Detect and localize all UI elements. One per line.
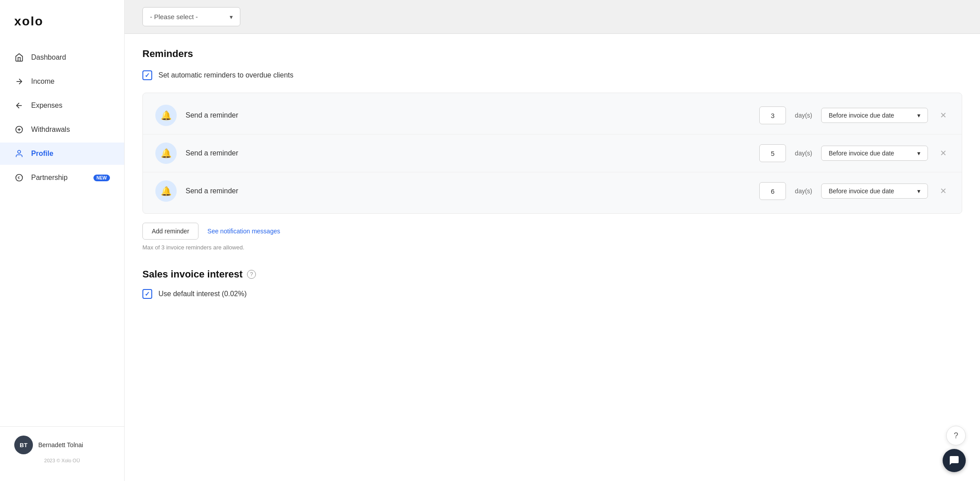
reminder-timing-select-1[interactable]: Before invoice due date ▾ — [821, 108, 928, 123]
sidebar-item-expenses[interactable]: Expenses — [0, 94, 124, 117]
sidebar-item-dashboard[interactable]: Dashboard — [0, 46, 124, 69]
auto-reminder-row: Set automatic reminders to overdue clien… — [142, 70, 962, 80]
reminder-actions: Add reminder See notification messages — [142, 223, 962, 240]
remove-reminder-2[interactable]: ✕ — [937, 147, 949, 159]
please-select-dropdown[interactable]: - Please select - ▾ — [142, 7, 240, 26]
timing-chevron-1: ▾ — [917, 112, 920, 119]
sidebar-item-profile[interactable]: Profile — [0, 143, 124, 165]
days-unit-1: day(s) — [795, 112, 812, 119]
sales-interest-title-row: Sales invoice interest ? — [142, 269, 962, 280]
reminder-timing-select-3[interactable]: Before invoice due date ▾ — [821, 183, 928, 199]
chat-fab-button[interactable] — [943, 449, 966, 472]
sidebar-item-income[interactable]: Income — [0, 70, 124, 93]
timing-chevron-3: ▾ — [917, 188, 920, 195]
reminder-row-3: 🔔 Send a reminder day(s) Before invoice … — [143, 172, 962, 210]
dashboard-icon — [14, 53, 24, 62]
main-content: - Please select - ▾ Reminders Set automa… — [125, 0, 980, 481]
remove-reminder-1[interactable]: ✕ — [937, 109, 949, 122]
days-unit-3: day(s) — [795, 188, 812, 195]
logo: xolo — [0, 14, 124, 46]
sidebar-footer: BT Bernadett Tolnai 2023 © Xolo OÜ — [0, 426, 124, 472]
sidebar-item-partnership-label: Partnership — [31, 174, 68, 182]
bell-icon-wrap-3: 🔔 — [155, 180, 177, 202]
partnership-badge: NEW — [93, 175, 110, 181]
sidebar-item-income-label: Income — [31, 77, 54, 86]
reminder-timing-select-2[interactable]: Before invoice due date ▾ — [821, 146, 928, 161]
svg-point-5 — [18, 151, 21, 154]
reminder-days-input-2[interactable] — [759, 144, 786, 162]
please-select-label: - Please select - — [150, 13, 198, 20]
bell-icon-3: 🔔 — [161, 186, 172, 196]
avatar: BT — [14, 436, 33, 454]
reminder-label-1: Send a reminder — [186, 111, 750, 119]
bell-icon-wrap-1: 🔔 — [155, 105, 177, 126]
reminder-label-2: Send a reminder — [186, 149, 750, 157]
reminder-days-input-3[interactable] — [759, 182, 786, 200]
reminders-container: 🔔 Send a reminder day(s) Before invoice … — [142, 93, 962, 214]
add-reminder-button[interactable]: Add reminder — [142, 223, 198, 240]
reminder-days-input-1[interactable] — [759, 106, 786, 124]
withdrawals-icon — [14, 125, 24, 135]
help-fab-button[interactable]: ? — [946, 426, 966, 445]
default-interest-label: Use default interest (0.02%) — [158, 290, 247, 298]
sidebar-item-partnership[interactable]: € Partnership NEW — [0, 167, 124, 189]
username: Bernadett Tolnai — [38, 441, 83, 448]
sidebar-item-expenses-label: Expenses — [31, 102, 62, 110]
sidebar-user: BT Bernadett Tolnai — [14, 436, 110, 454]
reminder-label-3: Send a reminder — [186, 187, 750, 195]
default-interest-row: Use default interest (0.02%) — [142, 289, 962, 299]
sidebar-item-withdrawals[interactable]: Withdrawals — [0, 118, 124, 141]
sales-interest-title: Sales invoice interest — [142, 269, 243, 280]
bell-icon-wrap-2: 🔔 — [155, 143, 177, 164]
chevron-down-icon: ▾ — [230, 13, 233, 20]
income-icon — [14, 77, 24, 86]
reminder-row-2: 🔔 Send a reminder day(s) Before invoice … — [143, 135, 962, 172]
reminders-section-title: Reminders — [142, 48, 962, 60]
svg-text:€: € — [18, 175, 20, 180]
timing-label-3: Before invoice due date — [829, 188, 894, 195]
reminder-row-1: 🔔 Send a reminder day(s) Before invoice … — [143, 97, 962, 135]
timing-label-1: Before invoice due date — [829, 112, 894, 119]
copyright: 2023 © Xolo OÜ — [14, 458, 110, 463]
timing-label-2: Before invoice due date — [829, 150, 894, 157]
sidebar-nav: Dashboard Income Expenses Withdrawals Pr — [0, 46, 124, 426]
auto-reminder-checkbox[interactable] — [142, 70, 152, 80]
bell-icon-2: 🔔 — [161, 148, 172, 159]
sidebar-item-withdrawals-label: Withdrawals — [31, 126, 70, 134]
sidebar: xolo Dashboard Income Expenses Withdrawa… — [0, 0, 125, 481]
bell-icon-1: 🔔 — [161, 110, 172, 121]
profile-icon — [14, 149, 24, 159]
top-bar: - Please select - ▾ — [125, 0, 980, 34]
default-interest-checkbox[interactable] — [142, 289, 152, 299]
content-area: Reminders Set automatic reminders to ove… — [125, 34, 980, 326]
auto-reminder-label: Set automatic reminders to overdue clien… — [158, 71, 293, 79]
expenses-icon — [14, 101, 24, 110]
days-unit-2: day(s) — [795, 150, 812, 157]
sidebar-item-profile-label: Profile — [31, 150, 53, 158]
remove-reminder-3[interactable]: ✕ — [937, 185, 949, 197]
max-reminders-note: Max of 3 invoice reminders are allowed. — [142, 244, 962, 251]
help-icon[interactable]: ? — [247, 270, 256, 279]
partnership-icon: € — [14, 173, 24, 183]
sidebar-item-dashboard-label: Dashboard — [31, 53, 66, 61]
see-notifications-link[interactable]: See notification messages — [207, 228, 280, 235]
timing-chevron-2: ▾ — [917, 150, 920, 157]
chat-icon — [949, 455, 960, 466]
